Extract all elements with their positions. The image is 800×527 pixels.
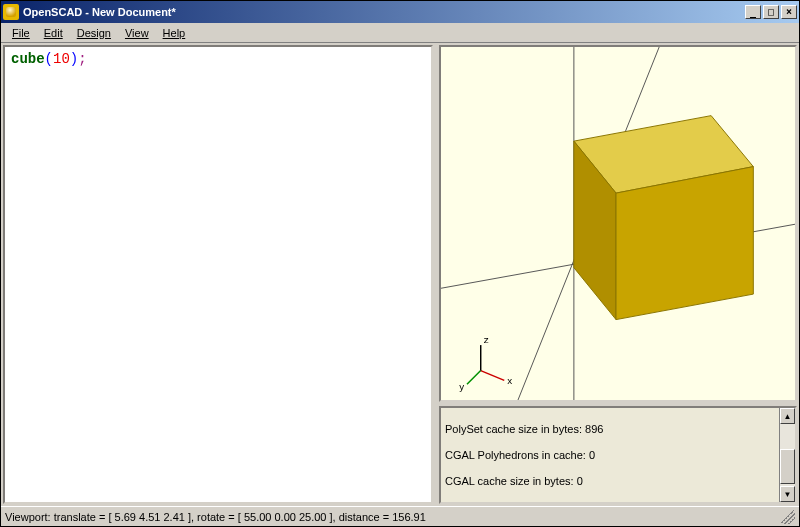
svg-line-0 [481, 371, 505, 381]
axis-z-label: z [484, 334, 489, 345]
token-semicolon: ; [78, 51, 86, 67]
scroll-track[interactable] [780, 424, 795, 486]
console-output[interactable]: PolySet cache size in bytes: 896 CGAL Po… [441, 408, 779, 502]
console-scrollbar[interactable]: ▲ ▼ [779, 408, 795, 502]
menu-edit-label: Edit [44, 27, 63, 39]
right-column: x y z PolySet cache size in bytes: 896 C… [439, 45, 797, 504]
maximize-button[interactable]: □ [763, 5, 779, 19]
viewport-svg: x y z [441, 47, 795, 400]
axis-y-label: y [459, 381, 464, 392]
cube-right-face [616, 167, 753, 320]
token-keyword: cube [11, 51, 45, 67]
title-bar[interactable]: OpenSCAD - New Document* _ □ × [1, 1, 799, 23]
token-number: 10 [53, 51, 70, 67]
console-line: PolySet cache size in bytes: 896 [445, 423, 775, 436]
scroll-down-button[interactable]: ▼ [780, 486, 795, 502]
menu-design-label: Design [77, 27, 111, 39]
axis-indicator: x y z [459, 334, 512, 392]
3d-viewport[interactable]: x y z [439, 45, 797, 402]
main-area: cube(10); [1, 43, 799, 506]
scroll-up-button[interactable]: ▲ [780, 408, 795, 424]
app-window: OpenSCAD - New Document* _ □ × File Edit… [0, 0, 800, 527]
axis-x-label: x [507, 375, 512, 386]
menu-help-label: Help [163, 27, 186, 39]
status-text: Viewport: translate = [ 5.69 4.51 2.41 ]… [5, 511, 426, 523]
close-button[interactable]: × [781, 5, 797, 19]
app-icon [3, 4, 19, 20]
menu-file[interactable]: File [5, 25, 37, 41]
minimize-icon: _ [750, 7, 756, 17]
console-line: Compiling design (CSG Products normaliza… [445, 501, 775, 502]
close-icon: × [786, 7, 792, 17]
menu-view[interactable]: View [118, 25, 156, 41]
window-controls: _ □ × [745, 5, 797, 19]
menu-view-label: View [125, 27, 149, 39]
console-panel: PolySet cache size in bytes: 896 CGAL Po… [439, 406, 797, 504]
menu-bar: File Edit Design View Help [1, 23, 799, 43]
window-title: OpenSCAD - New Document* [23, 6, 745, 18]
scroll-thumb[interactable] [780, 449, 795, 484]
minimize-button[interactable]: _ [745, 5, 761, 19]
status-bar: Viewport: translate = [ 5.69 4.51 2.41 ]… [1, 506, 799, 526]
console-line: CGAL cache size in bytes: 0 [445, 475, 775, 488]
menu-help[interactable]: Help [156, 25, 193, 41]
token-paren-open: ( [45, 51, 53, 67]
resize-grip[interactable] [781, 510, 795, 524]
token-paren-close: ) [70, 51, 78, 67]
menu-edit[interactable]: Edit [37, 25, 70, 41]
svg-line-1 [467, 371, 481, 385]
code-editor[interactable]: cube(10); [3, 45, 433, 504]
menu-file-label: File [12, 27, 30, 39]
console-line: CGAL Polyhedrons in cache: 0 [445, 449, 775, 462]
maximize-icon: □ [768, 7, 774, 17]
menu-design[interactable]: Design [70, 25, 118, 41]
